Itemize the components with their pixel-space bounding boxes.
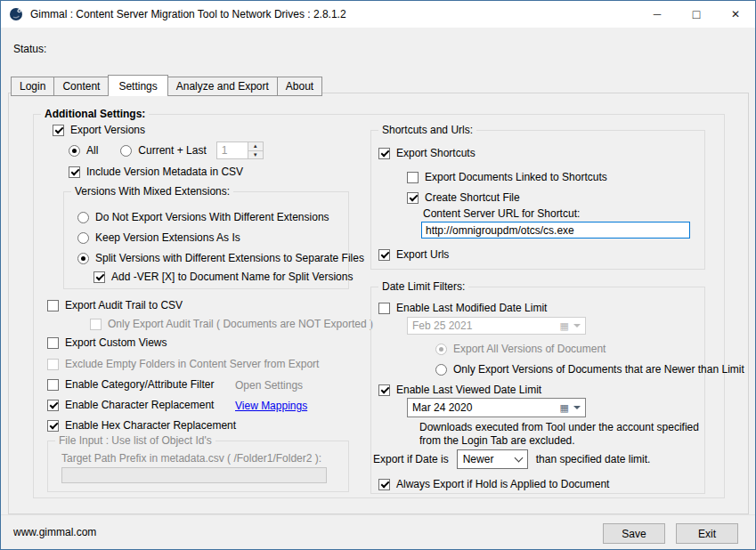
status-label: Status: [13,43,46,55]
last-modified-date-picker[interactable]: Feb 25 2021 ▦ [407,317,586,335]
view-mappings-link[interactable]: View Mappings [235,400,307,412]
checkbox-icon [47,359,59,370]
checkbox-always-export-hold[interactable]: Always Export if Hold is Applied to Docu… [378,477,609,491]
checkbox-export-versions[interactable]: Export Versions [53,123,145,137]
radio-all[interactable]: All [69,144,98,157]
checkbox-icon [47,300,59,311]
radio-icon [435,364,447,376]
stepper-buttons: ▲ ▼ [248,142,263,158]
checkbox-icon [47,379,59,391]
checkbox-only-export-audit-trail[interactable]: Only Export Audit Trail ( Documents are … [90,317,373,331]
checkbox-enable-last-modified[interactable]: Enable Last Modified Date Limit [378,301,547,315]
export-if-label: Export if Date is [373,453,449,465]
checkbox-icon [69,166,80,178]
checkbox-icon [90,319,102,330]
spin-up-icon[interactable]: ▲ [248,142,263,150]
checkbox-icon [378,479,390,490]
shortcut-url-input[interactable]: http://omnigroupdm/otcs/cs.exe [421,222,690,239]
radio-icon [120,145,132,157]
export-if-date-row: Export if Date is Newer than specified d… [373,449,650,469]
group-title: File Input : Use list of Object Id's [55,434,215,447]
checkbox-enable-hex-replacement[interactable]: Enable Hex Character Replacement [47,418,236,433]
gimmal-logo-icon [9,7,23,21]
dropdown-arrow-icon [573,324,581,328]
exit-button[interactable]: Exit [676,523,738,544]
checkbox-icon [407,172,419,183]
tab-login[interactable]: Login [11,77,54,96]
radio-current-plus-last[interactable]: Current + Last [120,144,206,157]
checkbox-icon [53,125,64,136]
checkbox-icon [407,192,419,204]
chevron-down-icon [514,454,523,463]
combo-value: Newer [463,453,494,465]
checkbox-icon [378,303,390,314]
checkbox-icon [378,249,390,261]
downloads-note: Downloads executed from Tool under the a… [419,421,699,448]
checkbox-exclude-empty-folders[interactable]: Exclude Empty Folders in Content Server … [47,357,319,371]
mixed-extensions-group: Versions With Mixed Extensions: Do Not E… [63,191,349,289]
maximize-icon[interactable]: □ [677,1,716,28]
tab-about[interactable]: About [277,77,322,96]
spin-down-icon[interactable]: ▼ [248,150,263,159]
checkbox-export-documents-linked[interactable]: Export Documents Linked to Shortcuts [407,170,607,184]
checkbox-icon [47,400,59,411]
radio-only-newer-versions[interactable]: Only Export Versions of Documents that a… [435,362,744,376]
checkbox-export-urls[interactable]: Export Urls [378,247,449,262]
calendar-icon: ▦ [560,321,569,331]
checkbox-add-ver-suffix[interactable]: Add -VER [X] to Document Name for Split … [93,270,353,284]
checkbox-icon [47,337,59,349]
tab-content[interactable]: Content [53,77,109,96]
calendar-icon: ▦ [560,403,569,413]
radio-keep-extensions-as-is[interactable]: Keep Version Extensions As Is [77,231,240,245]
radio-icon [77,232,89,244]
group-title: Date Limit Filters: [378,280,468,293]
minimize-icon[interactable]: ─ [638,1,677,28]
open-settings-link[interactable]: Open Settings [235,379,303,392]
tab-strip: Login Content Settings Analyze and Expor… [11,75,322,96]
radio-icon [435,344,447,355]
checkbox-export-custom-views[interactable]: Export Custom Views [47,336,167,350]
checkbox-enable-last-viewed[interactable]: Enable Last Viewed Date Limit [378,383,541,397]
checkbox-include-version-metadata[interactable]: Include Version Metadata in CSV [69,165,243,179]
save-button[interactable]: Save [603,523,665,544]
radio-do-not-export-versions[interactable]: Do Not Export Versions With Different Ex… [77,210,329,224]
tab-settings[interactable]: Settings [108,75,167,96]
footer-bar: www.gimmal.com Save Exit [1,514,755,549]
checkbox-export-audit-trail[interactable]: Export Audit Trail to CSV [47,298,183,312]
date-value: Feb 25 2021 [412,319,556,332]
window-controls: ─ □ ✕ [638,1,755,28]
title-bar: Gimmal : Content Server Migration Tool t… [1,1,755,28]
current-last-count-stepper[interactable]: 1 ▲ ▼ [216,142,264,159]
checkbox-icon [93,271,105,283]
version-scope-row: All Current + Last 1 ▲ ▼ [69,142,264,159]
checkbox-create-shortcut-file[interactable]: Create Shortcut File [407,190,520,205]
additional-settings-group: Additional Settings: Export Versions All… [33,114,725,498]
checkbox-enable-category-filter[interactable]: Enable Category/Attribute Filter [47,377,214,392]
checkbox-icon [47,420,59,432]
date-value: Mar 24 2020 [412,401,556,414]
target-path-input[interactable] [61,467,327,483]
radio-icon [77,253,89,264]
close-icon[interactable]: ✕ [716,1,755,28]
radio-split-versions[interactable]: Split Versions with Different Extensions… [77,251,364,265]
tab-analyze-and-export[interactable]: Analyze and Export [167,77,278,96]
radio-icon [69,145,80,157]
window-title: Gimmal : Content Server Migration Tool t… [30,8,346,20]
target-path-label: Target Path Prefix in metadata.csv ( /Fo… [61,452,321,465]
radio-export-all-versions[interactable]: Export All Versions of Document [435,342,606,356]
website-label: www.gimmal.com [13,526,96,538]
radio-icon [77,212,89,223]
checkbox-enable-character-replacement[interactable]: Enable Character Replacement [47,398,214,412]
export-if-suffix: than specified date limit. [536,453,651,465]
settings-tab-page: Additional Settings: Export Versions All… [8,93,749,514]
checkbox-export-shortcuts[interactable]: Export Shortcuts [378,146,476,160]
file-input-group: File Input : Use list of Object Id's Tar… [47,441,349,492]
checkbox-icon [378,148,390,159]
group-title: Additional Settings: [41,108,149,120]
last-viewed-date-picker[interactable]: Mar 24 2020 ▦ [407,398,586,417]
app-window: Gimmal : Content Server Migration Tool t… [0,0,756,550]
date-comparison-select[interactable]: Newer [457,449,528,469]
dropdown-arrow-icon [573,406,581,409]
stepper-value: 1 [217,142,248,158]
group-title: Versions With Mixed Extensions: [71,185,233,198]
